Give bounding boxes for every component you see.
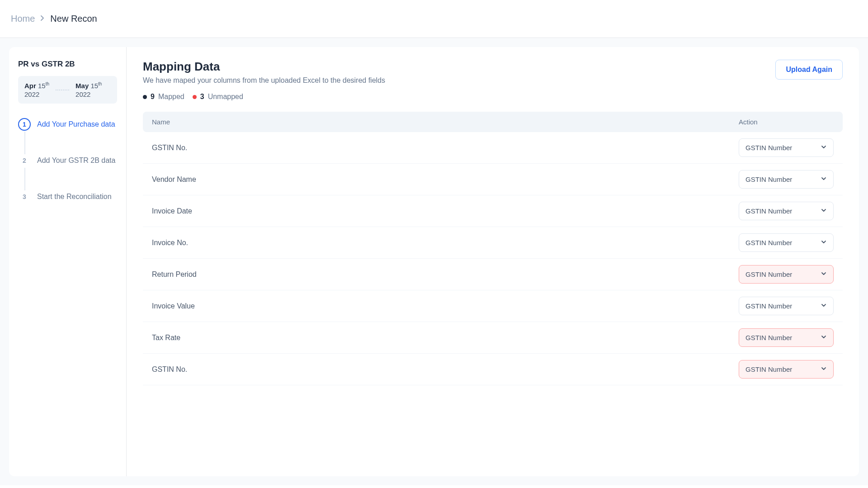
chevron-right-icon	[40, 15, 45, 23]
select-value: GSTIN Number	[745, 175, 792, 183]
table-row: Invoice DateGSTIN Number	[143, 195, 843, 227]
chevron-down-icon	[821, 144, 827, 152]
select-value: GSTIN Number	[745, 144, 792, 152]
steps-list: 1 Add Your Purchase data 2 Add Your GSTR…	[18, 118, 117, 203]
table-row: Vendor NameGSTIN Number	[143, 164, 843, 195]
select-value: GSTIN Number	[745, 270, 792, 278]
step-label: Add Your GSTR 2B data	[37, 154, 115, 167]
date-to: May 15th 2022	[75, 81, 102, 98]
table-row: Invoice No.GSTIN Number	[143, 227, 843, 259]
date-from: Apr 15th 2022	[24, 81, 49, 98]
date-range[interactable]: Apr 15th 2022 May 15th 2022	[18, 76, 117, 104]
table-row: Return PeriodGSTIN Number	[143, 259, 843, 290]
step-number: 3	[18, 190, 31, 203]
breadcrumb-current: New Recon	[50, 14, 97, 24]
mapping-select[interactable]: GSTIN Number	[739, 170, 834, 189]
chevron-down-icon	[821, 302, 827, 310]
row-name: Tax Rate	[152, 334, 739, 342]
table-header: Name Action	[143, 112, 843, 132]
status-unmapped: 3 Unmapped	[193, 93, 243, 101]
step-label: Start the Reconciliation	[37, 190, 112, 203]
step-number: 2	[18, 154, 31, 167]
mapping-table: Name Action GSTIN No.GSTIN NumberVendor …	[143, 112, 843, 385]
row-name: Return Period	[152, 270, 739, 279]
mapping-select[interactable]: GSTIN Number	[739, 202, 834, 220]
mapping-select[interactable]: GSTIN Number	[739, 138, 834, 157]
table-row: GSTIN No.GSTIN Number	[143, 354, 843, 385]
step-label: Add Your Purchase data	[37, 118, 115, 131]
table-row: Invoice ValueGSTIN Number	[143, 290, 843, 322]
mapping-select[interactable]: GSTIN Number	[739, 328, 834, 347]
page-subtitle: We have maped your columns from the uplo…	[143, 76, 385, 85]
row-name: Vendor Name	[152, 175, 739, 184]
date-divider	[56, 90, 69, 90]
chevron-down-icon	[821, 239, 827, 246]
chevron-down-icon	[821, 270, 827, 278]
select-value: GSTIN Number	[745, 365, 792, 373]
row-name: GSTIN No.	[152, 144, 739, 152]
page-title: Mapping Data	[143, 60, 385, 74]
mapping-select[interactable]: GSTIN Number	[739, 265, 834, 284]
select-value: GSTIN Number	[745, 302, 792, 310]
dot-icon	[143, 95, 147, 99]
chevron-down-icon	[821, 175, 827, 183]
step-add-purchase-data[interactable]: 1 Add Your Purchase data	[18, 118, 117, 154]
mapping-select[interactable]: GSTIN Number	[739, 297, 834, 315]
row-name: Invoice Value	[152, 302, 739, 310]
sidebar-title: PR vs GSTR 2B	[18, 60, 117, 69]
chevron-down-icon	[821, 207, 827, 215]
step-add-gstr-2b-data[interactable]: 2 Add Your GSTR 2B data	[18, 154, 117, 190]
upload-again-button[interactable]: Upload Again	[775, 60, 843, 80]
select-value: GSTIN Number	[745, 334, 792, 341]
select-value: GSTIN Number	[745, 207, 792, 215]
main-content: Mapping Data We have maped your columns …	[127, 47, 859, 476]
column-header-name: Name	[152, 118, 739, 126]
chevron-down-icon	[821, 334, 827, 341]
table-row: Tax RateGSTIN Number	[143, 322, 843, 354]
row-name: Invoice Date	[152, 207, 739, 215]
chevron-down-icon	[821, 365, 827, 373]
breadcrumb: Home New Recon	[0, 0, 868, 38]
sidebar: PR vs GSTR 2B Apr 15th 2022 May 15th 202…	[9, 47, 127, 476]
dot-icon	[193, 95, 197, 99]
row-name: Invoice No.	[152, 239, 739, 247]
status-mapped: 9 Mapped	[143, 93, 184, 101]
step-start-reconciliation[interactable]: 3 Start the Reconciliation	[18, 190, 117, 203]
column-header-action: Action	[739, 118, 834, 126]
mapping-select[interactable]: GSTIN Number	[739, 360, 834, 379]
mapping-select[interactable]: GSTIN Number	[739, 233, 834, 252]
breadcrumb-home[interactable]: Home	[11, 14, 35, 24]
step-number: 1	[18, 118, 31, 131]
table-row: GSTIN No.GSTIN Number	[143, 132, 843, 164]
status-row: 9 Mapped 3 Unmapped	[143, 93, 843, 101]
row-name: GSTIN No.	[152, 365, 739, 374]
select-value: GSTIN Number	[745, 239, 792, 246]
